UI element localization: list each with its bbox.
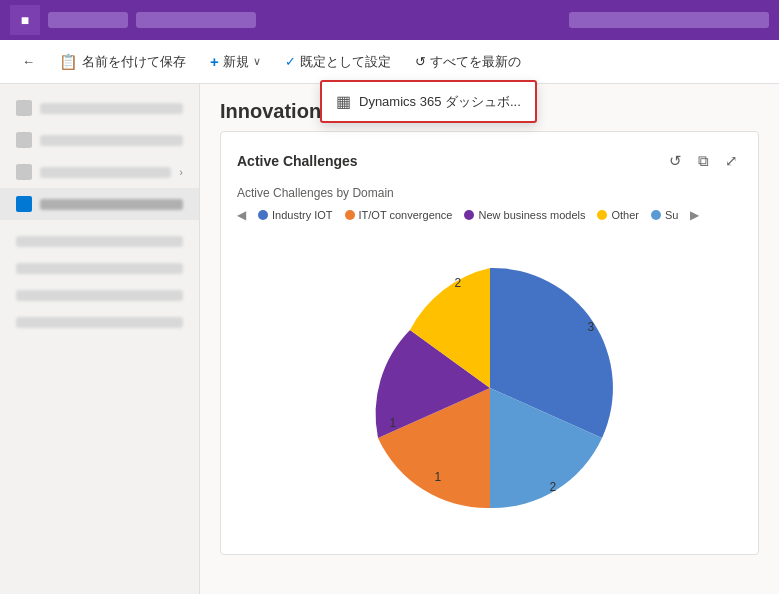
sidebar-icon-2 xyxy=(16,132,32,148)
sidebar-icon-3 xyxy=(16,164,32,180)
expand-icon-3: › xyxy=(179,166,183,178)
legend-next-button[interactable]: ▶ xyxy=(690,208,699,222)
back-icon: ← xyxy=(22,54,35,69)
chevron-icon: ∨ xyxy=(253,55,261,68)
toolbar: ← 📋 名前を付けて保存 + 新規 ∨ ✓ 既定として設定 ↺ すべてを最新の … xyxy=(0,40,779,84)
data-label-2-bottom: 2 xyxy=(550,480,557,494)
top-bar: ■ xyxy=(0,0,779,40)
sidebar-icon-4 xyxy=(16,196,32,212)
legend-item-other: Other xyxy=(597,209,639,221)
sidebar-item-8[interactable] xyxy=(0,309,199,336)
top-bar-blur-3 xyxy=(569,12,769,28)
sidebar-item-7[interactable] xyxy=(0,282,199,309)
legend-dot-industry-iot xyxy=(258,210,268,220)
legend-label-itot: IT/OT convergence xyxy=(359,209,453,221)
chart-title: Active Challenges xyxy=(237,153,358,169)
sidebar-item-3[interactable]: › xyxy=(0,156,199,188)
sidebar-label-1 xyxy=(40,103,183,114)
legend-item-su: Su xyxy=(651,209,678,221)
sidebar-item-4[interactable] xyxy=(0,188,199,220)
sidebar-label-8 xyxy=(16,317,183,328)
legend-dot-new-business xyxy=(464,210,474,220)
data-label-2-top: 2 xyxy=(455,276,462,290)
dropdown-menu: ▦ Dynamics 365 ダッシュボ... xyxy=(320,80,537,123)
sidebar-label-2 xyxy=(40,135,183,146)
save-button[interactable]: 📋 名前を付けて保存 xyxy=(49,47,196,77)
legend-dot-itot xyxy=(345,210,355,220)
legend-item-industry-iot: Industry IOT xyxy=(258,209,333,221)
content-area: Innovation Challen... Active Challenges … xyxy=(200,84,779,594)
legend-dot-other xyxy=(597,210,607,220)
legend-dot-su xyxy=(651,210,661,220)
sidebar-icon-1 xyxy=(16,100,32,116)
pie-chart-wrapper: 2 3 2 1 1 xyxy=(350,248,630,528)
chart-actions: ↺ ⧉ ⤢ xyxy=(665,148,742,174)
refresh-icon: ↺ xyxy=(415,54,426,69)
check-icon: ✓ xyxy=(285,54,296,69)
pie-chart-svg xyxy=(350,248,630,528)
legend-label-industry-iot: Industry IOT xyxy=(272,209,333,221)
legend-prev-button[interactable]: ◀ xyxy=(237,208,246,222)
default-label: 既定として設定 xyxy=(300,53,391,71)
dropdown-item-label: Dynamics 365 ダッシュボ... xyxy=(359,93,521,111)
plus-icon: + xyxy=(210,53,219,70)
back-button[interactable]: ← xyxy=(12,48,45,75)
chart-area: 2 3 2 1 1 xyxy=(237,238,742,538)
chart-copy-button[interactable]: ⧉ xyxy=(694,148,713,174)
sidebar-item-5[interactable] xyxy=(0,228,199,255)
top-bar-blur-1 xyxy=(48,12,128,28)
new-label: 新規 xyxy=(223,53,249,71)
dropdown-item-dynamics[interactable]: ▦ Dynamics 365 ダッシュボ... xyxy=(322,82,535,121)
app-logo: ■ xyxy=(10,5,40,35)
new-button[interactable]: + 新規 ∨ xyxy=(200,47,271,77)
chart-legend: ◀ Industry IOT IT/OT convergence New bus… xyxy=(237,208,742,222)
legend-label-new-business: New business models xyxy=(478,209,585,221)
chart-subtitle: Active Challenges by Domain xyxy=(237,186,742,200)
refresh-label: すべてを最新の xyxy=(430,53,521,71)
chart-card: Active Challenges ↺ ⧉ ⤢ Active Challenge… xyxy=(220,131,759,555)
save-icon: 📋 xyxy=(59,53,78,71)
data-label-1-left: 1 xyxy=(390,416,397,430)
sidebar-item-2[interactable] xyxy=(0,124,199,156)
sidebar-label-3 xyxy=(40,167,171,178)
sidebar-label-4 xyxy=(40,199,183,210)
refresh-all-button[interactable]: ↺ すべてを最新の xyxy=(405,47,531,77)
sidebar-label-6 xyxy=(16,263,183,274)
sidebar-item-1[interactable] xyxy=(0,92,199,124)
default-button[interactable]: ✓ 既定として設定 xyxy=(275,47,401,77)
legend-item-new-business: New business models xyxy=(464,209,585,221)
chart-expand-button[interactable]: ⤢ xyxy=(721,148,742,174)
data-label-3-right: 3 xyxy=(588,320,595,334)
sidebar: › xyxy=(0,84,200,594)
sidebar-item-6[interactable] xyxy=(0,255,199,282)
chart-refresh-button[interactable]: ↺ xyxy=(665,148,686,174)
legend-item-itot: IT/OT convergence xyxy=(345,209,453,221)
chart-card-header: Active Challenges ↺ ⧉ ⤢ xyxy=(237,148,742,174)
sidebar-label-7 xyxy=(16,290,183,301)
legend-label-other: Other xyxy=(611,209,639,221)
main-layout: › Innovation Challen... Active Challenge… xyxy=(0,84,779,594)
dynamics-icon: ▦ xyxy=(336,92,351,111)
top-bar-blur-2 xyxy=(136,12,256,28)
sidebar-label-5 xyxy=(16,236,183,247)
save-label: 名前を付けて保存 xyxy=(82,53,186,71)
data-label-1-bottom-left: 1 xyxy=(435,470,442,484)
legend-label-su: Su xyxy=(665,209,678,221)
